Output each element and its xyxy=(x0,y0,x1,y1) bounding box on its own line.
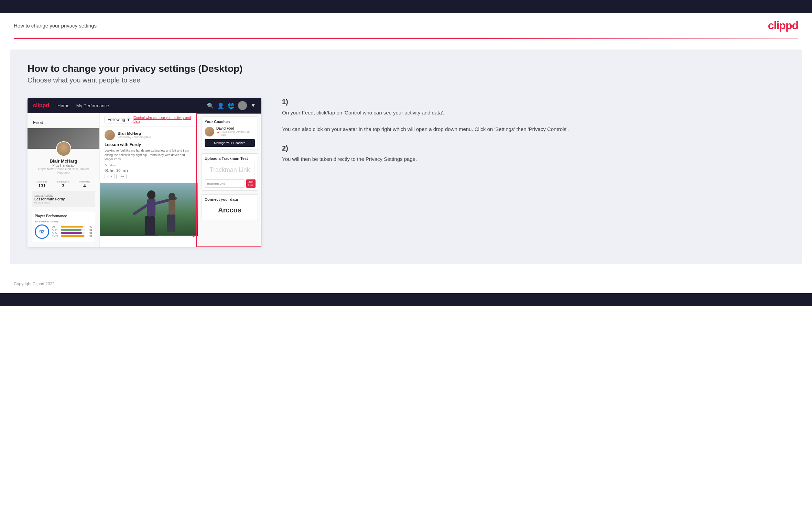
following-button[interactable]: Following ▼ xyxy=(105,116,134,123)
pp-score: 92 xyxy=(35,224,49,239)
breadcrumb: How to change your privacy settings xyxy=(14,23,97,29)
post-author-name: Blair McHarg xyxy=(118,131,151,135)
nav-link-performance[interactable]: My Performance xyxy=(76,103,109,108)
profile-name: Blair McHarg xyxy=(32,158,95,164)
stat-following-label: Following xyxy=(79,180,90,183)
trackman-placeholder: Trackman Link xyxy=(209,166,250,173)
user-avatar[interactable] xyxy=(238,101,247,110)
profile-stats: Activities 131 Followers 3 Following 4 xyxy=(32,177,95,188)
search-icon[interactable]: 🔍 xyxy=(207,102,214,109)
arccos-brand: Arccos xyxy=(205,203,255,217)
connect-section: Connect your data Arccos xyxy=(202,194,258,220)
post-header: Blair McHarg Yesterday · Sunningdale xyxy=(105,130,193,140)
svg-rect-3 xyxy=(150,216,155,235)
stat-activities: Activities 131 xyxy=(36,180,47,188)
coach-info: David Ford 📍 Royal North Devon Golf Club xyxy=(216,126,255,136)
feed-header: Following ▼ Control who can see your act… xyxy=(100,113,198,126)
coaches-section: Your Coaches David Ford 📍 Royal North De… xyxy=(202,117,258,150)
instruction-1-text: On your Feed, click/tap on 'Control who … xyxy=(282,109,784,133)
site-footer: Copyright Clippd 2022 xyxy=(0,275,812,293)
stat-following-value: 4 xyxy=(79,183,90,188)
globe-icon[interactable]: 🌐 xyxy=(228,102,235,109)
trackman-input-row: Add Link xyxy=(205,179,255,188)
app-nav: clippd Home My Performance 🔍 👤 🌐 ▼ xyxy=(28,98,261,113)
feed-tab[interactable]: Feed xyxy=(28,117,99,128)
stat-followers-label: Followers xyxy=(57,180,69,183)
app-feed: Following ▼ Control who can see your act… xyxy=(100,113,198,247)
app-body: Feed Blair McHarg Plus Handicap Royal No… xyxy=(28,113,261,247)
stat-activities-value: 131 xyxy=(36,183,47,188)
profile-banner xyxy=(28,128,99,149)
svg-rect-8 xyxy=(167,214,171,232)
instruction-2-number: 2) xyxy=(282,144,784,152)
manage-coaches-button[interactable]: Manage Your Coaches xyxy=(205,139,255,147)
stat-following: Following 4 xyxy=(79,180,90,188)
connect-title: Connect your data xyxy=(205,197,255,201)
coach-avatar xyxy=(205,127,214,136)
app-right-panel: Your Coaches David Ford 📍 Royal North De… xyxy=(198,113,261,247)
app-nav-icons: 🔍 👤 🌐 ▼ xyxy=(207,101,256,110)
bar-putt: PUTT 96 xyxy=(52,235,92,237)
post-title: Lesson with Fordy xyxy=(105,142,193,147)
instructions-column: 1) On your Feed, click/tap on 'Control w… xyxy=(275,98,784,174)
coaches-title: Your Coaches xyxy=(205,120,255,124)
trackman-input[interactable] xyxy=(205,179,245,188)
control-privacy-link[interactable]: Control who can see your activity and da… xyxy=(134,116,193,123)
svg-line-4 xyxy=(134,205,147,214)
post-author-avatar xyxy=(105,130,115,140)
copyright: Copyright Clippd 2022 xyxy=(14,282,55,286)
pp-quality-label: Total Player Quality xyxy=(35,220,92,223)
pp-title: Player Performance xyxy=(35,214,92,218)
latest-label: Latest Activity xyxy=(34,194,93,197)
person-icon[interactable]: 👤 xyxy=(217,102,224,109)
profile-club: Royal North Devon Golf Club, United King… xyxy=(32,167,95,174)
svg-point-0 xyxy=(147,190,155,199)
coach-name: David Ford xyxy=(216,126,255,130)
chevron-down-icon: ▼ xyxy=(127,117,131,122)
tag-ott: OTT xyxy=(105,174,115,179)
player-performance: Player Performance Total Player Quality … xyxy=(32,211,95,242)
pp-bars: OTT 90 APP 85 ARG xyxy=(52,225,92,238)
latest-activity: Latest Activity Lesson with Fordy 03 Aug… xyxy=(32,191,95,207)
post-tags: OTT APP xyxy=(105,174,193,179)
bar-arg: ARG 86 xyxy=(52,232,92,234)
profile-avatar xyxy=(56,141,71,156)
svg-rect-7 xyxy=(169,200,175,214)
site-logo: clippd xyxy=(768,19,798,32)
stat-followers: Followers 3 xyxy=(57,180,69,188)
svg-rect-1 xyxy=(147,199,155,216)
svg-rect-2 xyxy=(145,216,150,235)
site-header: How to change your privacy settings clip… xyxy=(0,13,812,38)
header-divider xyxy=(14,38,798,39)
instruction-2: 2) You will then be taken directly to th… xyxy=(282,144,784,163)
post-meta: Yesterday · Sunningdale xyxy=(118,135,151,139)
latest-value: Lesson with Fordy xyxy=(34,197,93,201)
svg-rect-9 xyxy=(171,214,175,232)
post-duration-label: Duration xyxy=(105,164,193,167)
following-label: Following xyxy=(108,117,125,122)
post-image xyxy=(100,183,198,236)
chevron-down-icon[interactable]: ▼ xyxy=(250,102,256,109)
trackman-title: Upload a Trackman Test xyxy=(205,156,255,161)
trackman-section: Upload a Trackman Test Trackman Link Add… xyxy=(202,153,258,191)
pp-content: 92 OTT 90 APP 85 xyxy=(35,224,92,239)
app-logo: clippd xyxy=(33,102,49,109)
bottom-bar xyxy=(0,293,812,306)
add-link-button[interactable]: Add Link xyxy=(246,179,256,188)
main-content: How to change your privacy settings (Des… xyxy=(10,49,802,264)
location-icon: 📍 xyxy=(216,132,220,135)
profile-card: Blair McHarg Plus Handicap Royal North D… xyxy=(28,128,99,211)
latest-date: 03 Aug 2022 xyxy=(34,201,93,204)
stat-followers-value: 3 xyxy=(57,183,69,188)
bar-ott: OTT 90 xyxy=(52,225,92,228)
golfer-silhouette xyxy=(127,188,189,236)
bar-app: APP 85 xyxy=(52,229,92,231)
stat-activities-label: Activities xyxy=(36,180,47,183)
app-nav-links: Home My Performance xyxy=(57,103,109,108)
instruction-2-text: You will then be taken directly to the P… xyxy=(282,155,784,163)
nav-link-home[interactable]: Home xyxy=(57,103,69,108)
app-sidebar: Feed Blair McHarg Plus Handicap Royal No… xyxy=(28,113,100,247)
trackman-link-display: Trackman Link xyxy=(205,163,255,177)
post-body: Looking to feel like my hands are exitin… xyxy=(105,148,193,162)
page-subtitle: Choose what you want people to see xyxy=(28,76,784,84)
